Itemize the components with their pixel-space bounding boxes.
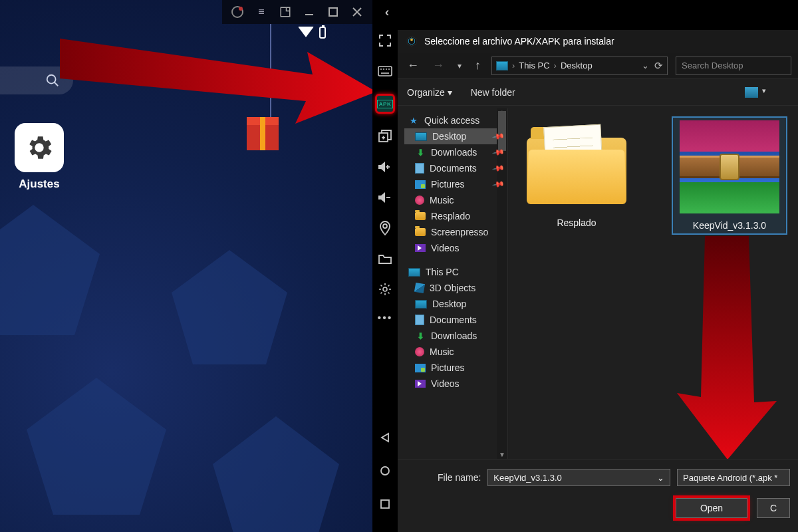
tree-item-desktop[interactable]: Desktop📌 xyxy=(404,128,507,144)
scroll-down-icon[interactable]: ▼ xyxy=(498,451,506,459)
volume-down-icon[interactable] xyxy=(377,190,393,205)
tree-item-documents2[interactable]: Documents xyxy=(404,312,507,328)
volume-up-icon[interactable] xyxy=(377,159,393,175)
file-picker-dialog: Seleccione el archivo APK/XAPK para inst… xyxy=(398,29,798,532)
avatar-icon[interactable] xyxy=(231,6,243,18)
tree-quickaccess[interactable]: ★Quick access xyxy=(404,112,507,128)
svg-line-10 xyxy=(55,82,59,86)
tree-item-music[interactable]: Music xyxy=(404,192,507,208)
tree-item-3dobjects[interactable]: 3D Objects xyxy=(404,280,507,296)
file-name-combo[interactable]: KeepVid_v3.1.3.0⌄ xyxy=(487,469,670,486)
breadcrumb[interactable]: › This PC › Desktop ⌄⟳ xyxy=(491,57,668,75)
file-label: KeepVid_v3.1.3.0 xyxy=(676,220,783,231)
app-label: Ajustes xyxy=(15,178,64,191)
close-icon[interactable] xyxy=(351,6,363,18)
apk-install-icon[interactable]: APK xyxy=(375,94,395,114)
fullscreen-icon[interactable] xyxy=(377,33,393,49)
bg-shape xyxy=(206,412,346,532)
tree-thispc[interactable]: This PC xyxy=(404,264,507,280)
svg-rect-4 xyxy=(281,7,290,17)
svg-point-29 xyxy=(381,467,389,475)
tree-item-pictures[interactable]: Pictures📌 xyxy=(404,176,507,192)
file-item-folder[interactable]: Resplado xyxy=(520,118,633,228)
tree-scrollbar[interactable]: ▲ ▼ xyxy=(497,108,507,459)
pc-icon xyxy=(496,61,508,70)
app-settings[interactable]: Ajustes xyxy=(15,123,64,191)
gear-icon xyxy=(24,132,55,163)
wifi-icon xyxy=(298,27,314,37)
svg-point-9 xyxy=(47,75,56,84)
back-nav-icon[interactable] xyxy=(377,430,393,446)
search-input[interactable]: Search Desktop xyxy=(676,57,791,75)
file-item-archive[interactable]: KeepVid_v3.1.3.0 xyxy=(673,118,786,233)
recents-nav-icon[interactable] xyxy=(377,496,393,512)
nav-history-icon[interactable]: ▾ xyxy=(455,61,464,70)
file-type-combo[interactable]: Paquete Android (*.apk * xyxy=(677,469,790,486)
emulator-desktop: ≡ xyxy=(0,0,372,532)
tree-item-screenpresso[interactable]: Screenpresso xyxy=(404,224,507,240)
bg-shape xyxy=(0,200,106,346)
svg-marker-3 xyxy=(213,416,339,532)
svg-marker-28 xyxy=(382,434,388,442)
file-label: Resplado xyxy=(520,217,633,228)
tree-item-downloads[interactable]: ⬇Downloads📌 xyxy=(404,144,507,160)
svg-marker-1 xyxy=(172,250,287,364)
dialog-titlebar: Seleccione el archivo APK/XAPK para inst… xyxy=(398,30,798,53)
android-statusbar xyxy=(298,27,326,39)
address-bar: ← → ▾ ↑ › This PC › Desktop ⌄⟳ Search De… xyxy=(398,53,798,79)
search-button[interactable] xyxy=(0,66,73,94)
refresh-icon[interactable]: ⟳ xyxy=(654,60,663,72)
search-icon xyxy=(45,73,60,88)
svg-marker-11 xyxy=(60,39,372,124)
file-grid: Resplado KeepVid_v3.1.3.0 xyxy=(508,108,798,459)
home-nav-icon[interactable] xyxy=(377,463,393,479)
svg-marker-21 xyxy=(378,162,385,172)
multi-instance-icon[interactable] xyxy=(377,128,393,144)
location-icon[interactable] xyxy=(377,220,393,236)
file-name-label: File name: xyxy=(438,472,481,483)
svg-rect-6 xyxy=(329,8,337,16)
organize-menu[interactable]: Organize ▾ xyxy=(407,87,452,98)
breadcrumb-seg[interactable]: This PC xyxy=(519,61,549,70)
emulator-titlebar: ≡ xyxy=(222,0,372,24)
tree-item-resplado[interactable]: Resplado xyxy=(404,208,507,224)
svg-rect-12 xyxy=(378,66,392,76)
tree-item-desktop2[interactable]: Desktop xyxy=(404,296,507,312)
screenshot-icon[interactable] xyxy=(279,6,291,18)
keyboard-icon[interactable] xyxy=(377,63,393,79)
tree-item-videos2[interactable]: Videos xyxy=(404,376,507,392)
svg-point-33 xyxy=(410,39,413,41)
bg-shape xyxy=(20,372,173,525)
nav-back-icon[interactable]: ← xyxy=(404,59,422,72)
svg-marker-2 xyxy=(27,378,166,515)
shared-folder-icon[interactable] xyxy=(377,251,393,267)
tree-item-pictures2[interactable]: Pictures xyxy=(404,360,507,376)
more-icon[interactable]: ••• xyxy=(378,312,393,324)
picker-toolbar: Organize ▾ New folder xyxy=(398,79,798,106)
minimize-icon[interactable] xyxy=(303,6,315,18)
dialog-bottom-bar: File name: KeepVid_v3.1.3.0⌄ Paquete And… xyxy=(398,459,798,532)
battery-icon xyxy=(319,27,326,39)
nav-tree: ▲ ▼ ★Quick access Desktop📌 ⬇Downloads📌 D… xyxy=(398,108,508,459)
chevron-down-icon: ⌄ xyxy=(657,473,664,483)
svg-point-26 xyxy=(383,224,387,228)
view-mode-icon[interactable] xyxy=(745,87,758,98)
nav-up-icon[interactable]: ↑ xyxy=(472,59,483,72)
settings-icon[interactable] xyxy=(377,281,393,297)
open-button[interactable]: Open xyxy=(676,498,747,518)
tree-item-videos[interactable]: Videos xyxy=(404,240,507,256)
svg-point-27 xyxy=(383,287,387,291)
gift-promo[interactable] xyxy=(262,24,279,150)
new-folder-button[interactable]: New folder xyxy=(471,87,515,98)
cancel-button[interactable]: C xyxy=(757,498,790,518)
menu-icon[interactable]: ≡ xyxy=(255,6,267,18)
tree-item-documents[interactable]: Documents📌 xyxy=(404,160,507,176)
svg-rect-30 xyxy=(381,500,389,508)
tree-item-music2[interactable]: Music xyxy=(404,344,507,360)
nav-forward-icon: → xyxy=(430,59,447,72)
dialog-title: Seleccione el archivo APK/XAPK para inst… xyxy=(424,36,614,47)
breadcrumb-seg[interactable]: Desktop xyxy=(561,61,593,70)
maximize-icon[interactable] xyxy=(327,6,339,18)
tree-item-downloads2[interactable]: ⬇Downloads xyxy=(404,328,507,344)
chevron-down-icon[interactable]: ⌄ xyxy=(642,61,649,70)
